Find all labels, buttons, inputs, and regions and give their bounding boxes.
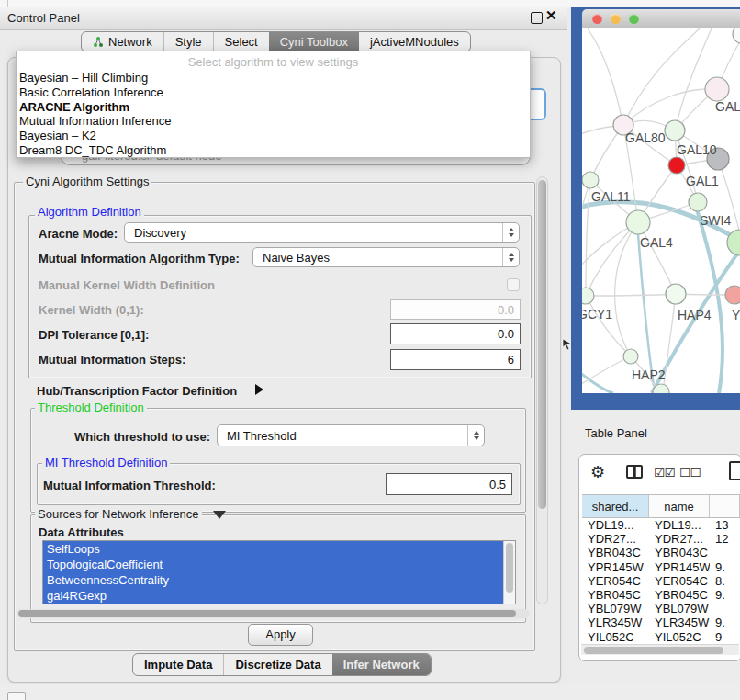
table-row[interactable]: YBR045CYBR045C9. — [582, 588, 740, 602]
table-cell: YDL19... — [582, 518, 649, 532]
mi-steps-field[interactable]: 6 — [390, 349, 521, 370]
table-cell — [710, 546, 740, 559]
settings-vertical-scrollbar[interactable] — [536, 176, 548, 604]
table-row[interactable]: YLR345WYLR345W9. — [582, 615, 740, 629]
network-edge[interactable] — [623, 89, 717, 125]
network-node[interactable] — [626, 210, 650, 234]
tab-cyni-toolbox[interactable]: Cyni Toolbox — [269, 32, 359, 51]
tab-label: jActiveMNodules — [370, 35, 459, 49]
algorithm-option[interactable]: Bayesian – K2 — [17, 129, 530, 143]
attribute-item[interactable]: SelfLoops — [43, 541, 503, 557]
document-icon[interactable] — [729, 461, 740, 480]
expand-arrow-icon[interactable] — [255, 384, 263, 395]
settings-horizontal-scrollbar[interactable] — [17, 609, 530, 618]
network-edge[interactable] — [582, 356, 631, 390]
attribute-item[interactable]: TopologicalCoefficient — [43, 557, 503, 572]
kernel-width-field[interactable]: 0.0 — [390, 299, 521, 320]
mi-threshold-definition-title: MI Threshold Definition — [42, 457, 170, 469]
algorithm-option[interactable]: Dream8 DC_TDC Algorithm — [17, 143, 530, 158]
table-cell: 8. — [710, 574, 740, 588]
aracne-mode-combo[interactable]: Discovery — [124, 222, 520, 243]
network-edge[interactable] — [696, 207, 723, 393]
network-edge[interactable] — [586, 180, 590, 296]
algorithm-option[interactable]: Bayesian – Hill Climbing — [17, 71, 530, 85]
network-edge[interactable] — [615, 222, 638, 356]
network-edge[interactable] — [588, 28, 623, 125]
network-node[interactable] — [733, 28, 740, 43]
dpi-tolerance-label: DPI Tolerance [0,1]: — [39, 328, 149, 342]
network-node[interactable] — [582, 288, 594, 304]
column-header[interactable] — [710, 495, 740, 517]
mac-zoom-icon[interactable] — [629, 14, 639, 24]
table-row[interactable]: YBL079WYBL079W — [582, 602, 740, 615]
network-node[interactable] — [666, 284, 686, 304]
mi-threshold-field[interactable]: 0.5 — [386, 473, 512, 495]
table-horizontal-scrollbar[interactable] — [581, 644, 739, 655]
network-edge[interactable] — [586, 294, 676, 296]
attribute-item[interactable]: BetweennessCentrality — [43, 572, 503, 588]
network-window-titlebar[interactable] — [582, 9, 740, 29]
network-node[interactable] — [689, 193, 707, 211]
manual-kernel-width-label: Manual Kernel Width Definition — [39, 278, 215, 292]
tab-infer-network[interactable]: Infer Network — [332, 654, 431, 675]
dpi-tolerance-field[interactable]: 0.0 — [390, 323, 521, 344]
algorithm-option[interactable]: ARACNE Algorithm — [17, 100, 530, 115]
tab-select[interactable]: Select — [213, 32, 269, 51]
mouse-cursor — [562, 338, 573, 351]
network-node-label: HAP2 — [632, 367, 666, 382]
hub-definition-label: Hub/Transcription Factor Definition — [37, 384, 237, 398]
settings-gear-icon[interactable]: ⚙ — [590, 462, 605, 482]
collapse-arrow-icon[interactable] — [213, 511, 226, 519]
attribute-item[interactable]: gal4RGexp — [43, 588, 503, 604]
table-row[interactable]: YPR145WYPR145W9. — [582, 560, 740, 574]
network-node[interactable] — [665, 120, 685, 141]
column-header[interactable]: shared... — [582, 495, 649, 517]
minimized-panel-icon[interactable] — [7, 692, 26, 700]
tab-network[interactable]: Network — [82, 32, 163, 51]
network-node-label: GAL80 — [625, 130, 666, 145]
mi-algorithm-type-combo[interactable]: Naive Bayes — [252, 247, 520, 267]
table-panel-title: Table Panel — [585, 426, 647, 440]
column-header[interactable]: name — [649, 495, 710, 517]
network-node[interactable] — [582, 172, 599, 188]
network-edge[interactable] — [623, 28, 700, 125]
apply-button[interactable]: Apply — [248, 624, 313, 646]
tab-discretize-data[interactable]: Discretize Data — [223, 654, 331, 675]
mac-minimize-icon[interactable] — [611, 14, 621, 24]
network-canvas[interactable]: GALGAL80GAL10GAL1GAL11SWI4GAL4GCY1HAP4YH… — [582, 28, 740, 393]
algorithm-option[interactable]: Mutual Information Inference — [17, 114, 530, 129]
table-row[interactable]: YBR043CYBR043C — [582, 546, 740, 559]
mac-close-icon[interactable] — [592, 14, 602, 24]
network-node[interactable] — [705, 77, 729, 101]
network-edge[interactable] — [675, 28, 712, 130]
float-window-icon[interactable] — [531, 12, 543, 24]
tab-style[interactable]: Style — [163, 32, 213, 51]
select-all-icon[interactable]: ☑☑ — [654, 465, 675, 480]
table-row[interactable]: YER054CYER054C8. — [582, 574, 740, 588]
table-row[interactable]: YDL19...YDL19...13 — [582, 518, 740, 532]
network-edge[interactable] — [582, 366, 613, 393]
table-body: YDL19...YDL19...13YDR27...YDR27...12YBR0… — [582, 518, 740, 644]
table-row[interactable]: YDR27...YDR27...12 — [582, 532, 740, 546]
combo-arrows-icon — [502, 248, 519, 266]
bottom-strip — [0, 684, 740, 700]
combo-arrows-icon — [502, 223, 519, 242]
which-threshold-combo[interactable]: MI Threshold — [217, 424, 485, 446]
table-cell: YDL19... — [649, 518, 710, 532]
manual-kernel-width-checkbox[interactable] — [507, 278, 520, 291]
tab-impute-data[interactable]: Impute Data — [133, 654, 223, 675]
split-columns-icon[interactable] — [626, 465, 643, 479]
network-node[interactable] — [668, 157, 685, 174]
algorithm-option[interactable]: Basic Correlation Inference — [17, 85, 530, 100]
close-icon[interactable]: ✕ — [545, 8, 558, 23]
deselect-all-icon[interactable]: ☐☐ — [679, 465, 701, 480]
which-threshold-label: Which threshold to use: — [74, 430, 210, 444]
network-node[interactable] — [725, 286, 740, 304]
network-node-label: GAL1 — [686, 174, 719, 188]
table-row[interactable]: YIL052CYIL052C9 — [582, 630, 740, 644]
tab-jactivemnodules[interactable]: jActiveMNodules — [359, 32, 470, 51]
network-edge[interactable] — [638, 234, 654, 386]
network-edge[interactable] — [586, 296, 631, 356]
attributes-scrollbar[interactable] — [503, 541, 515, 604]
network-node[interactable] — [623, 349, 638, 364]
